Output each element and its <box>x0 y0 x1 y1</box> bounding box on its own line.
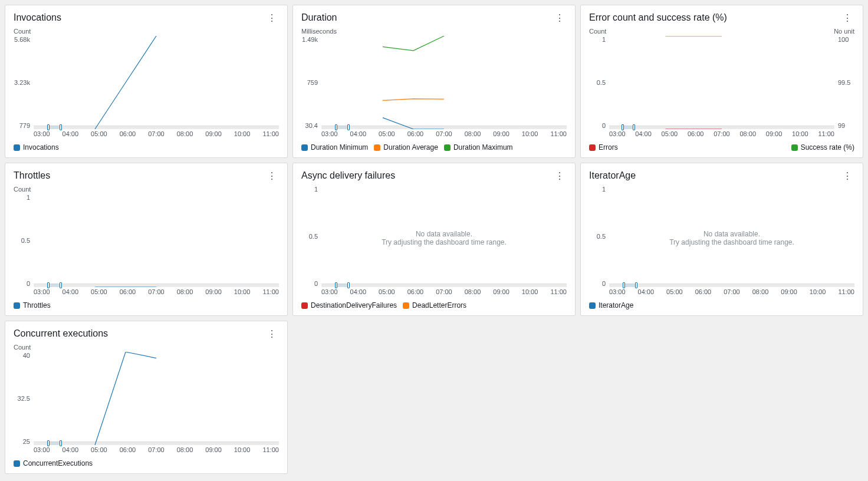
legend: Duration MinimumDuration AverageDuration… <box>301 143 567 151</box>
x-tick: 03:00 <box>34 446 50 454</box>
y-tick: 1 <box>314 186 318 193</box>
kebab-menu-icon[interactable]: ⋮ <box>840 12 854 24</box>
x-axis: 03:0004:0005:0006:0007:0008:0009:0010:00… <box>321 288 567 296</box>
x-tick: 11:00 <box>838 288 854 296</box>
panel-concurrent: Concurrent executions⋮Count4032.52503:00… <box>5 321 288 474</box>
kebab-menu-icon[interactable]: ⋮ <box>265 12 279 24</box>
x-tick: 05:00 <box>91 130 107 139</box>
x-tick: 05:00 <box>91 446 107 454</box>
x-tick: 06:00 <box>120 446 136 454</box>
x-tick: 05:00 <box>662 130 678 139</box>
x-tick: 06:00 <box>695 288 712 296</box>
y-tick: 0 <box>314 280 318 287</box>
x-tick: 10:00 <box>792 130 808 139</box>
panel-title: Async delivery failures <box>301 170 395 181</box>
series-line <box>383 36 444 51</box>
y-tick-right: 99.5 <box>838 79 850 86</box>
y-axis-left: 10.50 <box>301 186 321 296</box>
x-tick: 09:00 <box>493 130 509 139</box>
x-tick: 04:00 <box>63 446 79 454</box>
x-tick: 07:00 <box>148 130 165 139</box>
legend-item[interactable]: IteratorAge <box>589 301 633 309</box>
legend: IteratorAge <box>589 301 854 309</box>
legend-item[interactable]: Invocations <box>14 143 59 151</box>
x-tick: 10:00 <box>810 288 826 296</box>
x-tick: 04:00 <box>63 130 79 139</box>
y-tick: 0.5 <box>21 237 30 244</box>
chart-svg <box>34 194 279 287</box>
kebab-menu-icon[interactable]: ⋮ <box>840 170 854 182</box>
legend-label: DestinationDeliveryFailures <box>311 301 397 309</box>
y-axis-left: 10.50 <box>589 186 609 296</box>
legend-swatch <box>374 144 380 151</box>
chart-svg <box>34 36 279 129</box>
y-tick: 0 <box>602 122 606 129</box>
x-tick: 11:00 <box>262 130 279 139</box>
chart-area: 5.68k3.23k77903:0004:0005:0006:0007:0008… <box>14 36 279 139</box>
y-axis-left: 4032.525 <box>14 352 34 454</box>
panel-title: Concurrent executions <box>14 328 108 339</box>
plot[interactable]: 03:0004:0005:0006:0007:0008:0009:0010:00… <box>34 352 279 454</box>
chart-svg <box>34 352 279 445</box>
x-tick: 06:00 <box>407 288 424 296</box>
chart-svg <box>321 36 567 129</box>
legend-item[interactable]: DeadLetterErrors <box>403 301 466 309</box>
y-tick: 0.5 <box>597 233 606 240</box>
y-unit-left: Count <box>14 344 31 351</box>
legend-label: Duration Maximum <box>453 143 513 151</box>
legend-item[interactable]: Duration Minimum <box>301 143 368 151</box>
y-unit-left: Count <box>14 28 31 35</box>
chart-area: 10.5003:0004:0005:0006:0007:0008:0009:00… <box>589 36 854 139</box>
kebab-menu-icon[interactable]: ⋮ <box>265 170 279 182</box>
kebab-menu-icon[interactable]: ⋮ <box>553 170 567 182</box>
legend-item[interactable]: Duration Average <box>374 143 438 151</box>
x-tick: 09:00 <box>493 288 509 296</box>
x-tick: 08:00 <box>752 288 769 296</box>
y-tick: 779 <box>19 122 30 129</box>
y-tick: 759 <box>307 79 318 86</box>
legend-item[interactable]: Success rate (%) <box>791 143 854 151</box>
legend-item[interactable]: Throttles <box>14 301 51 309</box>
plot[interactable]: No data available.Try adjusting the dash… <box>321 186 567 296</box>
x-tick: 10:00 <box>522 288 538 296</box>
x-tick: 03:00 <box>609 130 626 139</box>
legend-swatch <box>14 302 20 309</box>
panel-duration: Duration⋮Milliseconds1.49k75930.403:0004… <box>292 5 576 158</box>
legend: ErrorsSuccess rate (%) <box>589 143 854 151</box>
plot[interactable]: 03:0004:0005:0006:0007:0008:0009:0010:00… <box>609 36 834 139</box>
x-tick: 10:00 <box>234 288 251 296</box>
plot[interactable]: No data available.Try adjusting the dash… <box>609 186 854 296</box>
x-axis: 03:0004:0005:0006:0007:0008:0009:0010:00… <box>34 288 279 296</box>
x-tick: 05:00 <box>666 288 683 296</box>
y-tick: 32.5 <box>18 395 30 402</box>
chart-area: 10.5003:0004:0005:0006:0007:0008:0009:00… <box>14 194 279 296</box>
legend-swatch <box>14 460 20 467</box>
panel-iteratorage: IteratorAge⋮10.50No data available.Try a… <box>580 163 863 316</box>
legend-item[interactable]: Duration Maximum <box>444 143 513 151</box>
plot[interactable]: 03:0004:0005:0006:0007:0008:0009:0010:00… <box>34 194 279 296</box>
legend-item[interactable]: Errors <box>589 143 618 151</box>
kebab-menu-icon[interactable]: ⋮ <box>265 328 279 340</box>
legend-label: Duration Average <box>383 143 438 151</box>
legend-swatch <box>403 302 409 309</box>
x-tick: 11:00 <box>262 446 279 454</box>
panel-title: Throttles <box>14 170 50 181</box>
y-tick: 40 <box>23 352 30 359</box>
x-tick: 05:00 <box>91 288 107 296</box>
series-line <box>95 352 156 445</box>
x-tick: 08:00 <box>177 288 193 296</box>
no-data-line1: No data available. <box>609 230 854 238</box>
y-axis-right: 10099.599 <box>834 36 854 139</box>
legend-item[interactable]: ConcurrentExecutions <box>14 459 93 467</box>
legend-item[interactable]: DestinationDeliveryFailures <box>301 301 397 309</box>
legend-label: Success rate (%) <box>801 143 854 151</box>
panel-title: Invocations <box>14 12 61 23</box>
plot[interactable]: 03:0004:0005:0006:0007:0008:0009:0010:00… <box>34 36 279 139</box>
kebab-menu-icon[interactable]: ⋮ <box>553 12 567 24</box>
y-tick-right: 99 <box>838 122 845 129</box>
legend: DestinationDeliveryFailuresDeadLetterErr… <box>301 301 567 309</box>
plot[interactable]: 03:0004:0005:0006:0007:0008:0009:0010:00… <box>321 36 567 139</box>
panel-throttles: Throttles⋮Count10.5003:0004:0005:0006:00… <box>5 163 288 316</box>
x-tick: 09:00 <box>205 446 222 454</box>
no-data-line2: Try adjusting the dashboard time range. <box>609 238 854 246</box>
